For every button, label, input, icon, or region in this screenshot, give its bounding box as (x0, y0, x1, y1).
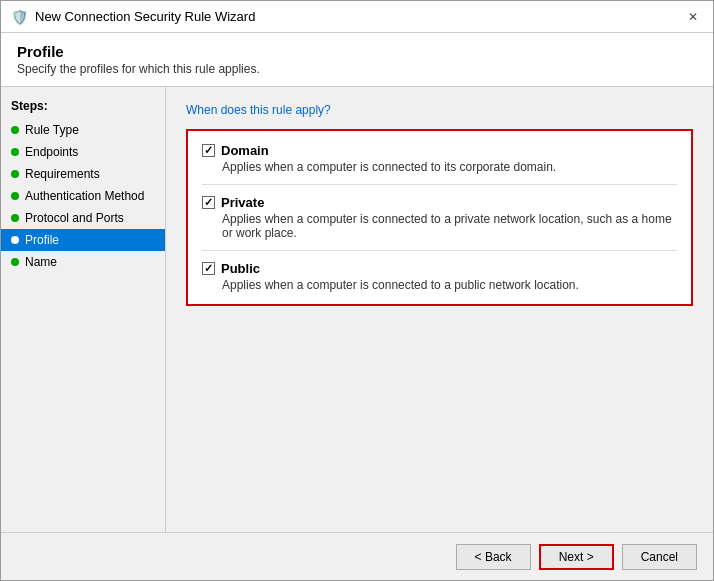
wizard-window: 🛡️ New Connection Security Rule Wizard ✕… (0, 0, 714, 581)
question-text: When does this rule apply? (186, 103, 693, 117)
page-title: Profile (17, 43, 697, 60)
profile-public-header: Public (202, 261, 677, 276)
divider-2 (202, 250, 677, 251)
title-bar-left: 🛡️ New Connection Security Rule Wizard (11, 9, 255, 25)
sidebar-item-label: Name (25, 255, 57, 269)
sidebar-item-label: Rule Type (25, 123, 79, 137)
profile-box: Domain Applies when a computer is connec… (186, 129, 693, 306)
sidebar-item-protocol-and-ports[interactable]: Protocol and Ports (1, 207, 165, 229)
profile-item-public: Public Applies when a computer is connec… (202, 261, 677, 292)
private-description: Applies when a computer is connected to … (202, 212, 677, 240)
sidebar-item-label: Protocol and Ports (25, 211, 124, 225)
profile-domain-header: Domain (202, 143, 677, 158)
cancel-button[interactable]: Cancel (622, 544, 697, 570)
step-dot (11, 126, 19, 134)
header-area: Profile Specify the profiles for which t… (1, 33, 713, 87)
profile-private-header: Private (202, 195, 677, 210)
private-checkbox[interactable] (202, 196, 215, 209)
close-button[interactable]: ✕ (683, 7, 703, 27)
page-subtitle: Specify the profiles for which this rule… (17, 62, 697, 76)
step-dot (11, 170, 19, 178)
sidebar-item-label: Authentication Method (25, 189, 144, 203)
sidebar-item-profile[interactable]: Profile (1, 229, 165, 251)
public-label: Public (221, 261, 260, 276)
footer: < Back Next > Cancel (1, 532, 713, 580)
divider-1 (202, 184, 677, 185)
step-dot (11, 148, 19, 156)
sidebar-item-label: Endpoints (25, 145, 78, 159)
sidebar-item-endpoints[interactable]: Endpoints (1, 141, 165, 163)
domain-description: Applies when a computer is connected to … (202, 160, 677, 174)
domain-label: Domain (221, 143, 269, 158)
domain-checkbox[interactable] (202, 144, 215, 157)
step-dot (11, 214, 19, 222)
sidebar-item-label: Requirements (25, 167, 100, 181)
next-button[interactable]: Next > (539, 544, 614, 570)
title-bar: 🛡️ New Connection Security Rule Wizard ✕ (1, 1, 713, 33)
content-area: Steps: Rule Type Endpoints Requirements … (1, 87, 713, 532)
main-panel: When does this rule apply? Domain Applie… (166, 87, 713, 532)
private-label: Private (221, 195, 264, 210)
back-button[interactable]: < Back (456, 544, 531, 570)
sidebar-item-label: Profile (25, 233, 59, 247)
wizard-icon: 🛡️ (11, 9, 27, 25)
public-checkbox[interactable] (202, 262, 215, 275)
step-dot (11, 192, 19, 200)
public-description: Applies when a computer is connected to … (202, 278, 677, 292)
sidebar-item-name[interactable]: Name (1, 251, 165, 273)
sidebar-item-rule-type[interactable]: Rule Type (1, 119, 165, 141)
sidebar-item-requirements[interactable]: Requirements (1, 163, 165, 185)
step-dot (11, 258, 19, 266)
profile-item-domain: Domain Applies when a computer is connec… (202, 143, 677, 174)
sidebar-item-authentication-method[interactable]: Authentication Method (1, 185, 165, 207)
sidebar: Steps: Rule Type Endpoints Requirements … (1, 87, 166, 532)
step-dot (11, 236, 19, 244)
window-title: New Connection Security Rule Wizard (35, 9, 255, 24)
steps-label: Steps: (1, 97, 165, 119)
profile-item-private: Private Applies when a computer is conne… (202, 195, 677, 240)
